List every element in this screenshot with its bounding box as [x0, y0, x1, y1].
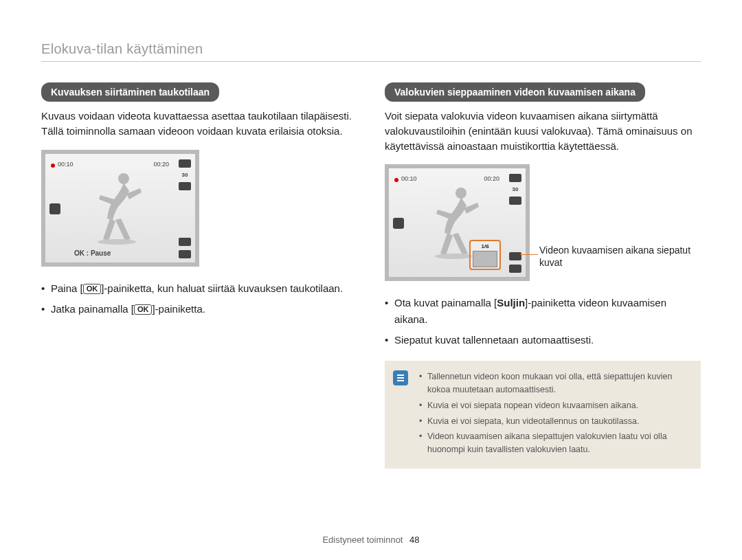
- right-status-icons: 30: [179, 159, 191, 190]
- intro-right: Voit siepata valokuvia videon kuvaamisen…: [385, 109, 701, 153]
- instructions-left: Paina [OK]-painiketta, kun haluat siirtä…: [41, 280, 357, 317]
- fps-label: 30: [513, 186, 519, 192]
- remaining-time: 00:20: [153, 161, 169, 168]
- remaining-time: 00:20: [484, 175, 500, 182]
- svg-point-2: [456, 188, 466, 199]
- ok-button-icon: OK: [83, 284, 102, 294]
- elapsed-time: 00:10: [58, 161, 74, 168]
- fullhd-icon: [179, 159, 191, 168]
- heading-pause: Kuvauksen siirtäminen taukotilaan: [41, 82, 219, 102]
- note-item: Kuvia ei voi siepata, kun videotallennus…: [419, 415, 691, 428]
- camera-screen-left: 00:10 00:20 30: [41, 150, 199, 267]
- intro-left: Kuvaus voidaan videota kuvattaessa asett…: [41, 109, 357, 139]
- ois-icon: [393, 218, 404, 229]
- svg-point-0: [118, 173, 129, 184]
- dancer-silhouette-icon: [93, 170, 147, 246]
- right-status-icons: 30: [509, 174, 521, 205]
- record-dot-icon: [394, 178, 398, 182]
- left-column: Kuvauksen siirtäminen taukotilaan Kuvaus…: [41, 82, 357, 469]
- page-footer: Edistyneet toiminnot 48: [0, 535, 742, 545]
- battery-icon: [509, 265, 521, 273]
- captured-photo-indicator: 1/6: [469, 240, 501, 270]
- note-box: Tallennetun videon koon mukaan voi olla,…: [385, 361, 701, 469]
- note-item: Kuvia ei voi siepata nopean videon kuvaa…: [419, 399, 691, 412]
- elapsed-time: 00:10: [401, 175, 417, 182]
- capture-count: 1/6: [473, 243, 497, 249]
- mic-icon: [179, 238, 191, 246]
- battery-icon: [179, 250, 191, 258]
- right-column: Valokuvien sieppaaminen videon kuvaamise…: [385, 82, 701, 469]
- callout-line-icon: [520, 254, 538, 256]
- page-number: 48: [409, 535, 419, 545]
- list-item: Ota kuvat painamalla [Suljin]-painiketta…: [385, 295, 701, 328]
- fullhd-icon: [509, 174, 521, 182]
- heading-capture: Valokuvien sieppaaminen videon kuvaamise…: [385, 82, 645, 102]
- fps-label: 30: [182, 172, 188, 178]
- list-item: Jatka painamalla [OK]-painiketta.: [41, 301, 357, 317]
- camera-screen-right: 00:10 00:20 30: [385, 164, 530, 281]
- record-dot-icon: [51, 164, 55, 168]
- pause-label: OK : Pause: [74, 249, 111, 257]
- mode-icon: [179, 182, 191, 190]
- svg-point-3: [435, 254, 473, 259]
- ois-icon: [49, 203, 60, 214]
- note-item: Videon kuvaamisen aikana siepattujen val…: [419, 430, 691, 456]
- svg-point-1: [98, 239, 136, 245]
- note-icon: [393, 370, 408, 385]
- list-item: Siepatut kuvat tallennetaan automaattise…: [385, 332, 701, 348]
- mode-icon: [509, 197, 521, 205]
- list-item: Paina [OK]-painiketta, kun haluat siirtä…: [41, 280, 357, 297]
- footer-section: Edistyneet toiminnot: [322, 535, 403, 545]
- page-title: Elokuva-tilan käyttäminen: [41, 41, 701, 62]
- instructions-right: Ota kuvat painamalla [Suljin]-painiketta…: [385, 295, 701, 348]
- shutter-label: Suljin: [497, 297, 525, 309]
- note-item: Tallennetun videon koon mukaan voi olla,…: [419, 370, 691, 396]
- callout-label: Videon kuvaamisen aikana siepatut kuvat: [539, 244, 701, 281]
- capture-thumbnail-icon: [473, 251, 497, 267]
- ok-button-icon: OK: [134, 304, 153, 315]
